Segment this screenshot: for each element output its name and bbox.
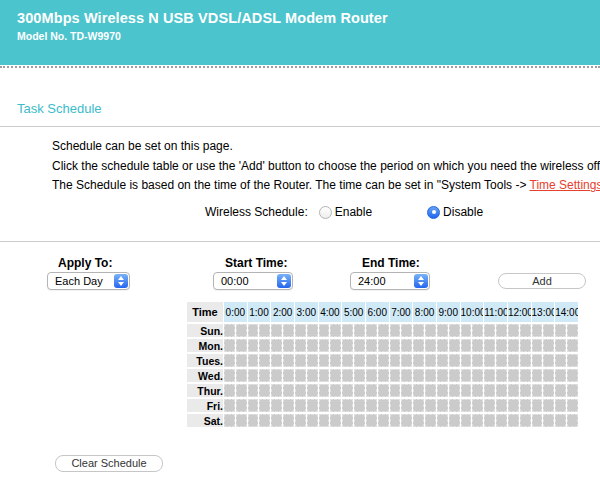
schedule-slot[interactable]: [354, 354, 365, 367]
schedule-slot[interactable]: [508, 354, 519, 367]
schedule-slot[interactable]: [307, 384, 318, 397]
enable-radio-group[interactable]: Enable: [319, 205, 372, 219]
schedule-slot[interactable]: [567, 399, 578, 412]
schedule-slot[interactable]: [271, 369, 282, 382]
enable-radio[interactable]: [319, 206, 332, 219]
schedule-slot[interactable]: [437, 399, 448, 412]
schedule-slot[interactable]: [366, 414, 377, 427]
schedule-slot[interactable]: [354, 384, 365, 397]
schedule-slot[interactable]: [307, 399, 318, 412]
schedule-slot[interactable]: [461, 414, 472, 427]
schedule-slot[interactable]: [259, 354, 270, 367]
schedule-slot[interactable]: [532, 354, 543, 367]
schedule-slot[interactable]: [532, 369, 543, 382]
schedule-slot[interactable]: [236, 354, 247, 367]
schedule-slot[interactable]: [390, 354, 401, 367]
schedule-slot[interactable]: [532, 384, 543, 397]
schedule-slot[interactable]: [248, 384, 259, 397]
schedule-slot[interactable]: [461, 324, 472, 337]
schedule-slot[interactable]: [283, 399, 294, 412]
schedule-slot[interactable]: [224, 384, 235, 397]
schedule-slot[interactable]: [224, 354, 235, 367]
schedule-slot[interactable]: [283, 354, 294, 367]
schedule-slot[interactable]: [378, 384, 389, 397]
schedule-slot[interactable]: [259, 369, 270, 382]
schedule-slot[interactable]: [555, 324, 566, 337]
schedule-slot[interactable]: [390, 369, 401, 382]
schedule-slot[interactable]: [543, 399, 554, 412]
schedule-slot[interactable]: [437, 339, 448, 352]
schedule-slot[interactable]: [484, 399, 495, 412]
schedule-slot[interactable]: [567, 384, 578, 397]
schedule-slot[interactable]: [319, 339, 330, 352]
schedule-slot[interactable]: [555, 384, 566, 397]
schedule-slot[interactable]: [484, 339, 495, 352]
schedule-slot[interactable]: [390, 399, 401, 412]
schedule-slot[interactable]: [532, 339, 543, 352]
schedule-slot[interactable]: [543, 324, 554, 337]
schedule-slot[interactable]: [461, 354, 472, 367]
schedule-slot[interactable]: [532, 414, 543, 427]
schedule-slot[interactable]: [224, 369, 235, 382]
schedule-slot[interactable]: [283, 384, 294, 397]
schedule-slot[interactable]: [248, 339, 259, 352]
schedule-slot[interactable]: [366, 354, 377, 367]
schedule-slot[interactable]: [330, 354, 341, 367]
schedule-slot[interactable]: [401, 369, 412, 382]
schedule-slot[interactable]: [330, 399, 341, 412]
schedule-slot[interactable]: [283, 414, 294, 427]
schedule-slot[interactable]: [354, 324, 365, 337]
schedule-slot[interactable]: [390, 339, 401, 352]
schedule-slot[interactable]: [472, 339, 483, 352]
schedule-slot[interactable]: [449, 339, 460, 352]
schedule-slot[interactable]: [224, 324, 235, 337]
schedule-slot[interactable]: [484, 369, 495, 382]
schedule-slot[interactable]: [543, 414, 554, 427]
schedule-slot[interactable]: [532, 399, 543, 412]
disable-radio-group[interactable]: Disable: [427, 205, 483, 219]
schedule-slot[interactable]: [271, 399, 282, 412]
schedule-slot[interactable]: [567, 369, 578, 382]
schedule-slot[interactable]: [508, 324, 519, 337]
schedule-slot[interactable]: [259, 414, 270, 427]
schedule-slot[interactable]: [283, 324, 294, 337]
schedule-slot[interactable]: [236, 414, 247, 427]
schedule-slot[interactable]: [271, 354, 282, 367]
schedule-slot[interactable]: [472, 369, 483, 382]
schedule-slot[interactable]: [307, 414, 318, 427]
schedule-slot[interactable]: [555, 354, 566, 367]
schedule-slot[interactable]: [330, 324, 341, 337]
schedule-slot[interactable]: [342, 324, 353, 337]
schedule-slot[interactable]: [520, 339, 531, 352]
schedule-slot[interactable]: [413, 414, 424, 427]
schedule-slot[interactable]: [378, 414, 389, 427]
clear-schedule-button[interactable]: Clear Schedule: [55, 455, 163, 472]
schedule-slot[interactable]: [425, 399, 436, 412]
schedule-slot[interactable]: [248, 369, 259, 382]
schedule-slot[interactable]: [366, 399, 377, 412]
schedule-slot[interactable]: [472, 399, 483, 412]
schedule-slot[interactable]: [532, 324, 543, 337]
schedule-slot[interactable]: [401, 384, 412, 397]
schedule-slot[interactable]: [484, 384, 495, 397]
schedule-slot[interactable]: [295, 339, 306, 352]
schedule-slot[interactable]: [413, 399, 424, 412]
schedule-slot[interactable]: [224, 339, 235, 352]
schedule-slot[interactable]: [283, 339, 294, 352]
schedule-slot[interactable]: [366, 384, 377, 397]
schedule-slot[interactable]: [330, 384, 341, 397]
schedule-slot[interactable]: [259, 324, 270, 337]
schedule-slot[interactable]: [484, 414, 495, 427]
schedule-slot[interactable]: [567, 414, 578, 427]
schedule-slot[interactable]: [366, 339, 377, 352]
schedule-slot[interactable]: [401, 414, 412, 427]
schedule-slot[interactable]: [496, 369, 507, 382]
schedule-slot[interactable]: [520, 414, 531, 427]
schedule-slot[interactable]: [520, 354, 531, 367]
schedule-slot[interactable]: [224, 399, 235, 412]
schedule-slot[interactable]: [449, 354, 460, 367]
schedule-slot[interactable]: [248, 354, 259, 367]
schedule-slot[interactable]: [259, 384, 270, 397]
schedule-slot[interactable]: [248, 414, 259, 427]
schedule-slot[interactable]: [496, 354, 507, 367]
